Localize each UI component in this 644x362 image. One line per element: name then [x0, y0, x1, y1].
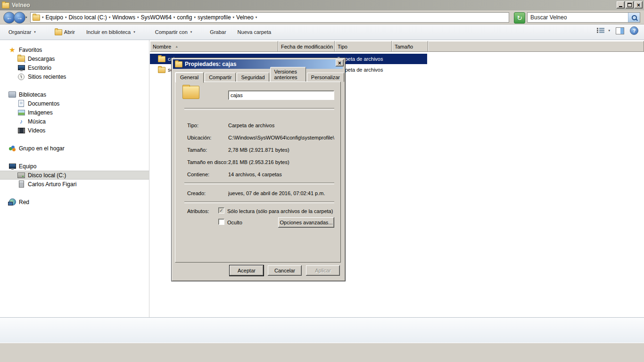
chevron-down-icon[interactable]: ▾ — [173, 16, 175, 19]
cancel-button[interactable]: Cancelar — [268, 265, 302, 276]
refresh-button[interactable]: ↻ — [514, 12, 525, 24]
chevron-down-icon[interactable]: ▾ — [137, 16, 139, 19]
accept-label: Aceptar — [238, 268, 256, 273]
readonly-label: Sólo lectura (sólo para archivos de la c… — [227, 208, 333, 214]
sidebar-label: Red — [19, 199, 29, 206]
homegroup-icon — [8, 145, 16, 152]
search-button[interactable] — [628, 13, 640, 22]
breadcrumb-segment[interactable]: systemprofile — [198, 14, 231, 21]
restore-button[interactable] — [626, 1, 634, 8]
tab-seguridad[interactable]: Seguridad — [237, 73, 269, 82]
folder-name-value: cajas — [231, 92, 243, 98]
column-label: Nombre — [153, 44, 171, 49]
chevron-down-icon[interactable]: ▾ — [194, 16, 196, 19]
sidebar-item-red[interactable]: Red — [0, 197, 149, 206]
chevron-down-icon: ▾ — [190, 30, 192, 34]
computer-icon — [8, 163, 16, 170]
sidebar-item-escritorio[interactable]: Escritorio — [0, 63, 149, 72]
column-header-nombre[interactable]: Nombre ▲ — [150, 41, 278, 52]
include-in-library-button[interactable]: Incluir en biblioteca▾ — [83, 27, 138, 37]
sidebar-item-videos[interactable]: Vídeos — [0, 126, 149, 135]
help-button[interactable]: ? — [630, 26, 638, 35]
breadcrumb-segment[interactable]: Velneo — [236, 14, 254, 21]
new-folder-button[interactable]: Nueva carpeta — [235, 27, 274, 37]
organize-button[interactable]: Organizar▾ — [6, 27, 39, 37]
search-input[interactable]: Buscar Velneo — [527, 12, 640, 23]
folder-icon — [158, 66, 165, 74]
music-note-glyph: ♪ — [20, 118, 23, 125]
preview-pane-button[interactable] — [616, 27, 624, 34]
properties-dialog: Propiedades: cajas × General Compartir S… — [171, 58, 346, 281]
folder-name-input[interactable]: cajas — [228, 90, 334, 100]
sidebar-label: Disco local (C:) — [28, 172, 66, 179]
sidebar-item-musica[interactable]: ♪ Música — [0, 117, 149, 126]
column-label: Fecha de modificación — [281, 44, 333, 49]
chevron-down-icon: ▾ — [133, 30, 135, 34]
breadcrumb-segment[interactable]: config — [177, 14, 192, 21]
window-title: Velneo — [12, 2, 30, 8]
sidebar-label: Vídeos — [28, 127, 45, 134]
breadcrumb-segment[interactable]: Windows — [112, 14, 135, 21]
chevron-down-icon[interactable]: ▾ — [109, 16, 111, 19]
tab-versiones-anteriores[interactable]: Versiones anteriores — [270, 67, 306, 82]
sidebar-label: Equipo — [19, 163, 36, 170]
forward-button[interactable]: → — [14, 12, 25, 24]
accept-button[interactable]: Aceptar — [230, 265, 264, 276]
column-header-tamano[interactable]: Tamaño — [392, 41, 428, 52]
hidden-checkbox[interactable] — [218, 219, 224, 225]
tab-general[interactable]: General — [175, 72, 204, 83]
general-tab-page: cajas Tipo: Carpeta de archivos Ubicació… — [175, 82, 341, 263]
share-with-button[interactable]: Compartir con▾ — [152, 27, 195, 37]
sidebar-item-sitios-recientes[interactable]: Sitios recientes — [0, 72, 149, 81]
sidebar-item-carlos-figari[interactable]: Carlos Arturo Figari — [0, 180, 149, 189]
open-button[interactable]: Abrir — [52, 26, 78, 38]
advanced-options-label: Opciones avanzadas... — [280, 220, 333, 225]
advanced-options-button[interactable]: Opciones avanzadas... — [278, 217, 334, 228]
chevron-down-icon[interactable]: ▾ — [42, 16, 44, 19]
column-header-tipo[interactable]: Tipo — [335, 41, 392, 52]
sidebar-label: Escritorio — [28, 65, 51, 71]
breadcrumb[interactable]: ▾ Equipo ▾ Disco local (C:) ▾ Windows ▾ … — [30, 12, 509, 23]
breadcrumb-segment[interactable]: Equipo — [46, 14, 63, 21]
sidebar-item-bibliotecas[interactable]: Bibliotecas — [0, 90, 149, 99]
breadcrumb-segment[interactable]: Disco local (C:) — [68, 14, 107, 21]
close-icon: × — [637, 3, 640, 8]
sidebar-item-descargas[interactable]: ↓ Descargas — [0, 54, 149, 63]
field-value-tamano-disco: 2,81 MB (2.953.216 bytes) — [228, 159, 289, 165]
tab-compartir[interactable]: Compartir — [205, 73, 236, 82]
sidebar-item-documentos[interactable]: Documentos — [0, 99, 149, 108]
burn-label: Grabar — [210, 29, 226, 35]
dialog-close-button[interactable]: × — [336, 59, 344, 66]
cancel-label: Cancelar — [274, 268, 295, 273]
history-dropdown[interactable]: ▾ — [25, 16, 27, 19]
minimize-button[interactable] — [617, 1, 625, 8]
chevron-down-icon[interactable]: ▾ — [233, 16, 235, 19]
readonly-checkbox[interactable]: ✓ — [218, 207, 224, 214]
sidebar-item-disco-local[interactable]: Disco local (C:) — [0, 171, 149, 180]
sidebar-label: Imágenes — [28, 109, 53, 116]
folder-icon — [158, 55, 165, 63]
chevron-down-icon[interactable]: ▾ — [256, 16, 257, 19]
field-label-contiene: Contiene: — [187, 172, 209, 177]
sidebar-item-grupo-hogar[interactable]: Grupo en el hogar — [0, 144, 149, 153]
tab-personalizar[interactable]: Personalizar — [307, 73, 344, 82]
change-view-button[interactable]: ▾ — [597, 28, 610, 33]
star-glyph: ★ — [9, 46, 15, 54]
apply-button[interactable]: Aplicar — [306, 265, 340, 276]
sidebar-item-equipo[interactable]: Equipo — [0, 162, 149, 171]
dialog-titlebar: Propiedades: cajas — [173, 59, 343, 69]
taskbar: Inicio ES 11:15 a.m. 14/09/2016 — [0, 343, 644, 362]
chevron-down-icon[interactable]: ▾ — [65, 16, 67, 19]
open-folder-icon — [55, 28, 62, 36]
sidebar-item-favoritos[interactable]: ★ Favoritos — [0, 45, 149, 54]
sidebar-item-imagenes[interactable]: Imágenes — [0, 108, 149, 117]
breadcrumb-segment[interactable]: SysWOW64 — [140, 14, 171, 21]
burn-button[interactable]: Grabar — [207, 27, 229, 37]
field-value-tipo: Carpeta de archivos — [228, 123, 274, 128]
column-headers: Nombre ▲ Fecha de modificación Tipo Tama… — [150, 41, 644, 52]
close-button[interactable]: × — [635, 1, 643, 8]
column-header-fecha[interactable]: Fecha de modificación — [278, 41, 335, 52]
videos-icon — [17, 127, 25, 134]
back-icon: ← — [6, 14, 12, 21]
sidebar-label: Sitios recientes — [28, 74, 66, 80]
